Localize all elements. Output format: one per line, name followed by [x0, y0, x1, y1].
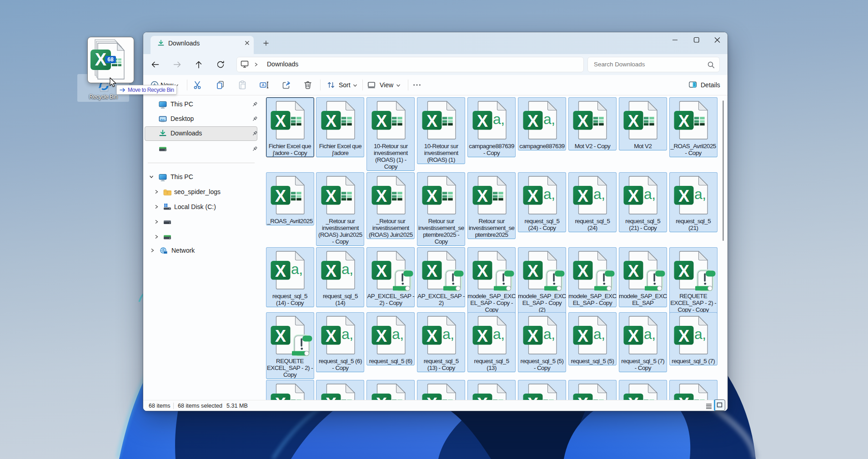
svg-text:X: X: [275, 262, 286, 280]
svg-text:a,: a,: [543, 326, 555, 342]
svg-text:a,: a,: [543, 111, 555, 127]
svg-text:a,: a,: [442, 326, 454, 342]
svg-text:X: X: [326, 262, 336, 280]
svg-text:X: X: [628, 112, 639, 130]
svg-text:X: X: [426, 187, 437, 205]
svg-text:X: X: [275, 187, 286, 205]
svg-text:a,: a,: [493, 326, 505, 342]
svg-text:X: X: [628, 262, 639, 280]
svg-text:X: X: [326, 327, 336, 345]
svg-text:X: X: [527, 187, 538, 205]
svg-text:X: X: [376, 327, 387, 345]
svg-text:a,: a,: [543, 186, 555, 202]
svg-text:a,: a,: [493, 111, 505, 127]
svg-text:a,: a,: [644, 186, 656, 202]
svg-text:X: X: [477, 112, 488, 130]
svg-text:a,: a,: [291, 261, 303, 277]
svg-text:X: X: [275, 112, 286, 130]
svg-text:X: X: [326, 112, 336, 130]
svg-text:X: X: [628, 187, 639, 205]
svg-text:X: X: [577, 327, 588, 345]
svg-text:X: X: [577, 262, 588, 280]
svg-text:X: X: [678, 262, 689, 280]
svg-text:X: X: [527, 262, 538, 280]
svg-text:X: X: [275, 327, 286, 345]
svg-text:X: X: [628, 327, 639, 345]
svg-text:X: X: [426, 112, 437, 130]
svg-text:X: X: [527, 327, 538, 345]
svg-text:a,: a,: [392, 326, 404, 342]
svg-text:A: A: [261, 83, 264, 87]
svg-text:a,: a,: [341, 261, 353, 277]
svg-text:X: X: [527, 112, 538, 130]
svg-text:X: X: [426, 327, 437, 345]
svg-text:X: X: [477, 262, 488, 280]
svg-text:X: X: [477, 327, 488, 345]
svg-text:a,: a,: [341, 326, 353, 342]
svg-text:a,: a,: [593, 326, 605, 342]
svg-text:X: X: [678, 112, 689, 130]
svg-text:X: X: [678, 187, 689, 205]
svg-text:a,: a,: [694, 186, 706, 202]
svg-text:X: X: [678, 327, 689, 345]
svg-text:X: X: [426, 262, 437, 280]
svg-text:a,: a,: [694, 326, 706, 342]
svg-text:X: X: [376, 262, 387, 280]
svg-text:X: X: [376, 187, 387, 205]
svg-text:X: X: [326, 187, 336, 205]
svg-text:X: X: [477, 187, 488, 205]
svg-text:X: X: [577, 187, 588, 205]
svg-text:a,: a,: [644, 326, 656, 342]
svg-text:X: X: [376, 112, 387, 130]
svg-text:X: X: [577, 112, 588, 130]
svg-text:a,: a,: [593, 186, 605, 202]
